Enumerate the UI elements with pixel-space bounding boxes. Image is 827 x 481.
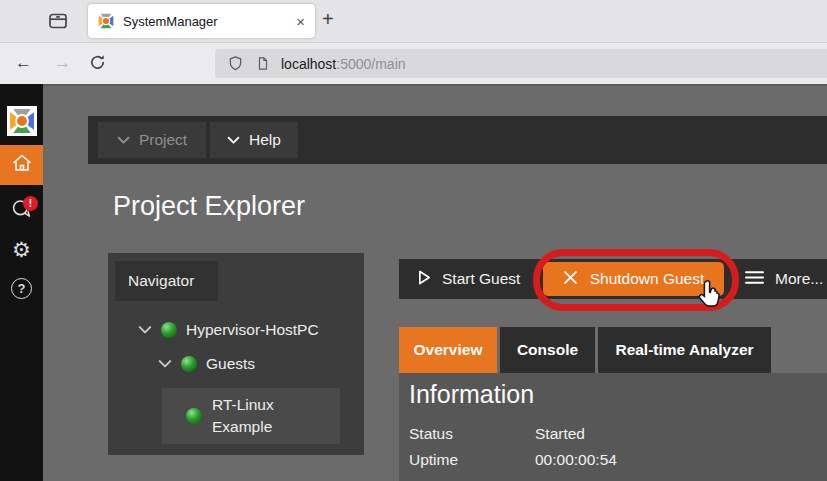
navigator-panel: Navigator Hypervisor-HostPC Guests RT-Li… — [108, 253, 364, 455]
reload-icon[interactable] — [89, 54, 106, 77]
firefox-view-icon[interactable] — [48, 11, 68, 31]
close-icon — [563, 270, 578, 289]
information-heading: Information — [409, 380, 534, 409]
sidebar-item-settings[interactable]: ⚙ — [0, 230, 43, 270]
shutdown-guest-label: Shutdown Guest — [590, 270, 705, 288]
status-green-icon — [161, 322, 177, 338]
tree-item-rt-linux-example[interactable]: RT-LinuxExample — [162, 388, 340, 444]
page-icon[interactable] — [256, 56, 270, 71]
chevron-down-icon[interactable] — [158, 359, 172, 369]
navigator-title: Navigator — [115, 261, 218, 301]
tree-item-label: RT-LinuxExample — [212, 394, 274, 438]
hamburger-menu-icon — [745, 270, 764, 289]
url-path: :5000/main — [336, 56, 405, 72]
sidebar-item-home[interactable] — [0, 145, 43, 185]
navigator-header: Navigator — [115, 261, 218, 301]
forward-button[interactable]: → — [54, 52, 71, 74]
play-icon — [418, 270, 431, 289]
guest-actions-bar: Start Guest Shutdown Guest More... — [399, 259, 827, 299]
app-sidebar: ! ⚙ ? — [0, 84, 43, 481]
menu-project-label: Project — [139, 131, 187, 149]
notification-badge: ! — [23, 196, 38, 211]
status-value: Started — [535, 425, 585, 443]
start-guest-label: Start Guest — [442, 270, 520, 288]
status-green-icon — [186, 408, 202, 424]
browser-tab-bar: SystemManager × + — [0, 0, 827, 43]
back-button[interactable]: ← — [15, 52, 32, 74]
browser-toolbar: ← → localhost:5000/main — [0, 43, 827, 84]
uptime-value: 00:00:00:54 — [535, 451, 617, 469]
status-green-icon — [181, 356, 197, 372]
tree-item-guests[interactable]: Guests — [158, 355, 255, 373]
shield-icon[interactable] — [228, 56, 243, 71]
chevron-down-icon — [117, 131, 130, 149]
tree-item-label: Guests — [206, 355, 255, 373]
shutdown-guest-button[interactable]: Shutdown Guest — [543, 262, 724, 296]
tab-overview[interactable]: Overview — [399, 327, 497, 373]
url-host: localhost — [281, 56, 336, 72]
tab-title: SystemManager — [123, 14, 296, 29]
content-top-edge — [43, 84, 827, 86]
menu-help-label: Help — [249, 131, 281, 149]
browser-tab[interactable]: SystemManager × — [88, 4, 315, 38]
home-icon — [11, 152, 33, 178]
menu-bar: Project Help — [88, 116, 827, 164]
more-button[interactable]: More... — [745, 259, 823, 299]
tab-real-time-analyzer[interactable]: Real-time Analyzer — [598, 327, 771, 373]
gear-icon: ⚙ — [12, 238, 31, 262]
status-label: Status — [409, 425, 535, 443]
menu-project[interactable]: Project — [98, 122, 206, 158]
favicon-pinwheel-icon — [98, 13, 114, 29]
tab-close-icon[interactable]: × — [296, 14, 305, 29]
tree-item-label: Hypervisor-HostPC — [186, 321, 319, 339]
new-tab-button[interactable]: + — [322, 8, 334, 31]
screen: SystemManager × + ← → localhost:5000/mai… — [0, 0, 827, 481]
info-row-uptime: Uptime 00:00:00:54 — [409, 451, 617, 469]
page-title: Project Explorer — [113, 191, 305, 222]
chevron-down-icon[interactable] — [138, 325, 152, 335]
sidebar-item-messages[interactable] — [0, 192, 43, 232]
tab-console[interactable]: Console — [500, 327, 595, 373]
sidebar-item-help[interactable]: ? — [0, 268, 43, 308]
url-bar[interactable]: localhost:5000/main — [215, 49, 827, 78]
more-label: More... — [775, 270, 823, 288]
help-icon: ? — [11, 278, 32, 299]
info-row-status: Status Started — [409, 425, 585, 443]
app-logo — [7, 106, 37, 136]
chevron-down-icon — [227, 131, 240, 149]
uptime-label: Uptime — [409, 451, 535, 469]
url-text: localhost:5000/main — [281, 56, 406, 72]
menu-help[interactable]: Help — [210, 122, 298, 158]
start-guest-button[interactable]: Start Guest — [418, 259, 520, 299]
tree-item-hypervisor[interactable]: Hypervisor-HostPC — [138, 321, 319, 339]
information-panel: Information Status Started Uptime 00:00:… — [399, 373, 827, 481]
